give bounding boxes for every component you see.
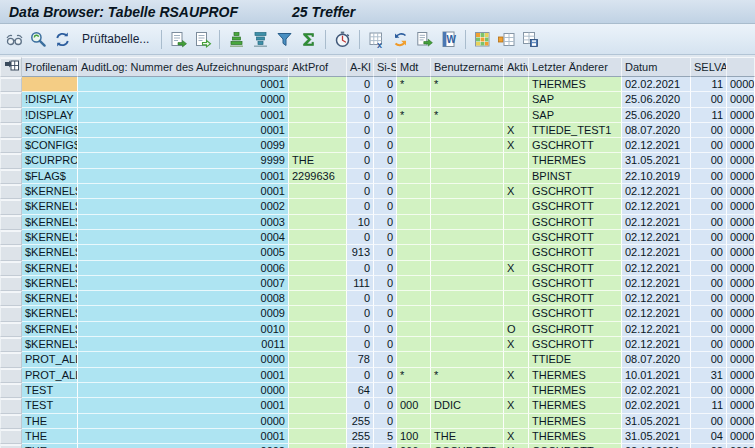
cell-aktprof[interactable] <box>289 215 347 230</box>
cell-auditlog[interactable]: 0001 <box>78 108 289 123</box>
cell-profilename[interactable]: $KERNEL$ <box>22 337 78 352</box>
cell-auditlog[interactable]: 0005 <box>78 245 289 260</box>
cell-aktprof[interactable] <box>289 414 347 429</box>
cell-aktprof[interactable] <box>289 245 347 260</box>
cell-benutzername[interactable] <box>431 322 504 337</box>
cell-aktiv[interactable]: X <box>504 261 529 276</box>
cell-aktiv[interactable]: X <box>504 123 529 138</box>
cell-mdt[interactable] <box>397 153 431 168</box>
cell-auditlog[interactable]: 0001 <box>78 77 289 92</box>
cell-akl[interactable]: 0 <box>347 291 374 306</box>
cell-datum[interactable]: 02.02.2021 <box>622 383 691 398</box>
cell-profilename[interactable]: THE <box>22 414 78 429</box>
runtime-analysis-button[interactable] <box>331 28 354 51</box>
cell-aktprof[interactable] <box>289 123 347 138</box>
cell-datum[interactable]: 31.05.2021 <box>622 153 691 168</box>
cell-aktprof[interactable] <box>289 429 347 444</box>
row-selector[interactable] <box>0 383 22 398</box>
cell-last[interactable]: 0000 <box>727 352 755 367</box>
cell-profilename[interactable]: $FLAG$ <box>22 169 78 184</box>
check-table-button[interactable]: Prüftabelle... <box>75 28 156 50</box>
row-selector[interactable] <box>0 444 22 448</box>
cell-aktprof[interactable] <box>289 92 347 107</box>
cell-datum[interactable]: 02.12.2021 <box>622 184 691 199</box>
cell-datum[interactable]: 08.07.2020 <box>622 123 691 138</box>
cell-selvar[interactable]: 08 <box>691 444 727 448</box>
row-selector[interactable] <box>0 337 22 352</box>
cell-last[interactable]: 0000 <box>727 337 755 352</box>
cell-letzter_aenderer[interactable]: GSCHROTT <box>529 261 622 276</box>
cell-benutzername[interactable] <box>431 215 504 230</box>
cell-mdt[interactable]: 066 <box>397 444 431 448</box>
cell-selvar[interactable]: 04 <box>691 429 727 444</box>
cell-auditlog[interactable]: 0009 <box>78 306 289 321</box>
cell-profilename[interactable]: !DISPLAY <box>22 92 78 107</box>
column-header-profilename[interactable]: Profilename <box>22 57 78 77</box>
cell-sis[interactable]: 0 <box>374 337 397 352</box>
cell-last[interactable]: 0000 <box>727 230 755 245</box>
display-entry-button[interactable] <box>191 28 214 51</box>
cell-mdt[interactable] <box>397 215 431 230</box>
cell-selvar[interactable]: 00 <box>691 153 727 168</box>
cell-benutzername[interactable] <box>431 306 504 321</box>
cell-benutzername[interactable]: * <box>431 77 504 92</box>
cell-akl[interactable]: 0 <box>347 199 374 214</box>
cell-sis[interactable]: 9 <box>374 444 397 448</box>
cell-last[interactable]: 0000 <box>727 138 755 153</box>
cell-mdt[interactable]: * <box>397 368 431 383</box>
cell-datum[interactable]: 02.12.2021 <box>622 276 691 291</box>
cell-aktprof[interactable] <box>289 230 347 245</box>
cell-profilename[interactable]: $KERNEL$ <box>22 230 78 245</box>
row-selector[interactable] <box>0 138 22 153</box>
cell-aktiv[interactable] <box>504 291 529 306</box>
data-transfer-button[interactable] <box>389 28 412 51</box>
cell-aktiv[interactable]: X <box>504 337 529 352</box>
cell-letzter_aenderer[interactable]: TTIEDE <box>529 352 622 367</box>
cell-datum[interactable]: 25.06.2020 <box>622 108 691 123</box>
cell-profilename[interactable]: $KERNEL$ <box>22 322 78 337</box>
cell-aktiv[interactable] <box>504 276 529 291</box>
row-selector[interactable] <box>0 184 22 199</box>
cell-benutzername[interactable] <box>431 153 504 168</box>
cell-letzter_aenderer[interactable]: SAP <box>529 92 622 107</box>
cell-datum[interactable]: 02.12.2021 <box>622 322 691 337</box>
cell-letzter_aenderer[interactable]: GSCHROTT <box>529 230 622 245</box>
cell-sis[interactable]: 0 <box>374 123 397 138</box>
cell-mdt[interactable] <box>397 306 431 321</box>
cell-akl[interactable]: 0 <box>347 138 374 153</box>
cell-datum[interactable]: 31.05.2021 <box>622 414 691 429</box>
cell-auditlog[interactable]: 0003 <box>78 215 289 230</box>
cell-selvar[interactable]: 00 <box>691 123 727 138</box>
cell-last[interactable]: 0000 <box>727 169 755 184</box>
cell-aktiv[interactable] <box>504 383 529 398</box>
cell-selvar[interactable]: 00 <box>691 276 727 291</box>
cell-last[interactable]: 0000 <box>727 215 755 230</box>
cell-akl[interactable]: 0 <box>347 92 374 107</box>
cell-benutzername[interactable]: * <box>431 368 504 383</box>
cell-auditlog[interactable]: 0000 <box>78 352 289 367</box>
row-selector[interactable] <box>0 276 22 291</box>
cell-mdt[interactable] <box>397 199 431 214</box>
cell-benutzername[interactable] <box>431 383 504 398</box>
cell-auditlog[interactable]: 0002 <box>78 199 289 214</box>
cell-aktiv[interactable] <box>504 153 529 168</box>
cell-last[interactable]: 0000 <box>727 276 755 291</box>
cell-letzter_aenderer[interactable]: TTIEDE_TEST1 <box>529 123 622 138</box>
cell-aktiv[interactable] <box>504 92 529 107</box>
cell-aktprof[interactable] <box>289 184 347 199</box>
cell-aktiv[interactable]: X <box>504 429 529 444</box>
cell-sis[interactable]: 0 <box>374 153 397 168</box>
cell-last[interactable]: 0000 <box>727 153 755 168</box>
cell-aktprof[interactable] <box>289 306 347 321</box>
cell-auditlog[interactable]: 9999 <box>78 153 289 168</box>
cell-sis[interactable]: 0 <box>374 398 397 413</box>
cell-benutzername[interactable]: DDIC <box>431 398 504 413</box>
display-glasses-button[interactable] <box>3 28 26 51</box>
cell-sis[interactable]: 0 <box>374 383 397 398</box>
cell-mdt[interactable]: 100 <box>397 429 431 444</box>
cell-selvar[interactable]: 00 <box>691 383 727 398</box>
cell-aktiv[interactable] <box>504 414 529 429</box>
row-selector[interactable] <box>0 92 22 107</box>
cell-mdt[interactable] <box>397 184 431 199</box>
table-save-button[interactable] <box>519 28 542 51</box>
